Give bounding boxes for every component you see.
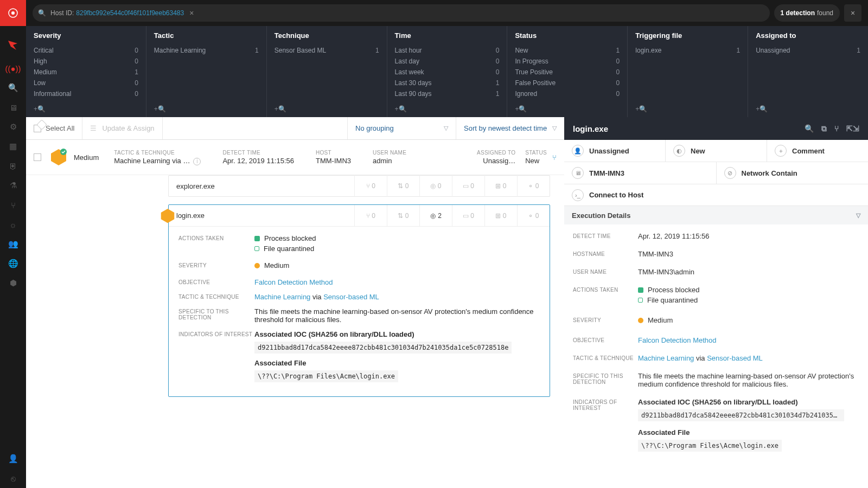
brand-logo[interactable]: [0, 0, 26, 26]
side-panel: login.exe 🔍 ⧉ ⑂ ⇱⇲ 👤Unassigned ◐New ＋Com…: [564, 117, 868, 488]
terminal-icon: ›_: [572, 189, 584, 201]
user-icon: 👤: [572, 145, 584, 157]
nav-flask-icon[interactable]: ⚗: [0, 176, 26, 195]
filter-time: Time Last hour0 Last day0 Last week0 Las…: [387, 26, 508, 117]
nav-search-icon[interactable]: 🔍: [0, 78, 26, 98]
panel-header: login.exe 🔍 ⧉ ⑂ ⇱⇲: [564, 117, 868, 140]
comment-button[interactable]: ＋Comment: [767, 140, 868, 162]
host-cell[interactable]: 🖥TMM-IMN3: [564, 162, 717, 184]
stat-disk-icon: ▭ 0: [452, 175, 484, 197]
severity-dot-icon: [638, 318, 643, 323]
monitor-icon: 🖥: [572, 167, 584, 179]
grouping-dropdown[interactable]: No grouping▽: [347, 117, 456, 139]
panel-tree-icon[interactable]: ⑂: [834, 124, 839, 133]
connect-to-host-button[interactable]: ›_Connect to Host: [564, 184, 868, 206]
filter-assigned-to: Assigned to Unassigned1 +🔍: [748, 26, 868, 117]
left-sidebar: ((●)) 🔍 🖥 ⚙ ▦ ⛨ ⚗ ⑂ ☼ 👥 🌐 ⬢ 👤 ⎋: [0, 0, 26, 488]
add-filter-icon[interactable]: +🔍: [756, 105, 768, 113]
status-button[interactable]: ◐New: [666, 140, 767, 162]
main-content: Select All ☰Update & Assign No grouping▽…: [26, 117, 564, 488]
shield-icon: [638, 287, 643, 293]
svg-marker-4: [161, 209, 175, 223]
severity-dot-icon: [254, 263, 260, 268]
nav-user-icon[interactable]: 👤: [0, 449, 26, 468]
process-tree: explorer.exe ⑂ 0 ⇅ 0 ◎ 0 ▭ 0 ⊞ 0 ⚬ 0 log…: [26, 175, 564, 408]
technique-link[interactable]: Sensor-based ML: [323, 293, 379, 301]
process-explorer[interactable]: explorer.exe ⑂ 0 ⇅ 0 ◎ 0 ▭ 0 ⊞ 0 ⚬ 0: [168, 175, 550, 197]
panel-expand-icon[interactable]: ⇱⇲: [846, 124, 859, 133]
associated-file-path: \??\C:\Program Files\Acme\login.exe: [254, 370, 398, 382]
shield-outline-icon: [254, 246, 259, 251]
filter-triggering-file: Triggering file login.exe1 +🔍: [628, 26, 748, 117]
select-all-segment[interactable]: Select All: [26, 117, 82, 139]
add-filter-icon[interactable]: +🔍: [395, 105, 407, 113]
filter-status: Status New1 In Progress0 True Positive0 …: [507, 26, 628, 117]
update-assign-button[interactable]: ☰Update & Assign: [82, 117, 162, 139]
ioc-hash: d9211bbad8d17dca5842eeee872cbb481c301034…: [638, 409, 844, 421]
severity-hex-icon: [160, 208, 175, 223]
search-icon: 🔍: [38, 9, 46, 17]
severity-label: Medium: [74, 153, 99, 162]
tree-icon[interactable]: ⑂: [552, 153, 557, 162]
severity-hex-icon: [50, 149, 67, 166]
nav-tree-icon[interactable]: ⑂: [0, 195, 26, 215]
info-icon[interactable]: i: [193, 158, 201, 165]
shield-outline-icon: [638, 298, 643, 303]
clear-filter-icon[interactable]: ×: [189, 9, 194, 17]
nav-exit-icon[interactable]: ⎋: [0, 468, 26, 488]
panel-copy-icon[interactable]: ⧉: [821, 124, 827, 133]
add-filter-icon[interactable]: +🔍: [34, 105, 46, 113]
associated-file-path: \??\C:\Program Files\Acme\login.exe: [638, 440, 782, 452]
chevron-down-icon: ▽: [552, 125, 557, 132]
objective-link[interactable]: Falcon Detection Method: [254, 278, 333, 286]
nav-users-icon[interactable]: 👥: [0, 234, 26, 254]
add-filter-icon[interactable]: +🔍: [515, 105, 527, 113]
tactic-link[interactable]: Machine Learning: [254, 293, 310, 301]
nav-sun-icon[interactable]: ☼: [0, 215, 26, 234]
row-checkbox[interactable]: [34, 153, 41, 161]
process-detail-login: login.exe ⑂ 0 ⇅ 0 ◎ 2 ▭ 0 ⊞ 0 ⚬ 0 ACTION…: [168, 204, 550, 397]
execution-details-header[interactable]: Execution Details▽: [564, 206, 868, 224]
top-bar: 🔍 Host ID: 829fbc992e544c0f46f101f9eeb63…: [26, 0, 868, 26]
stat-fork-icon: ⑂ 0: [354, 175, 387, 197]
falcon-icon[interactable]: [0, 33, 26, 59]
stat-reg-icon: ⊞ 0: [484, 175, 517, 197]
stat-scan-icon: ◎ 0: [419, 175, 452, 197]
sort-dropdown[interactable]: Sort by newest detect time▽: [456, 117, 564, 139]
chevron-down-icon: ▽: [444, 125, 448, 132]
nav-activity-icon[interactable]: ((●)): [0, 59, 26, 78]
network-contain-button[interactable]: ⊘Network Contain: [717, 162, 869, 184]
nav-host-icon[interactable]: 🖥: [0, 98, 26, 117]
nav-shield-icon[interactable]: ⛨: [0, 156, 26, 176]
stat-dns-icon: ⚬ 0: [517, 175, 550, 197]
status-icon: ◐: [673, 145, 685, 157]
search-bar[interactable]: 🔍 Host ID: 829fbc992e544c0f46f101f9eeb63…: [33, 4, 770, 22]
host-id-value: 829fbc992e544c0f46f101f9eeb63483: [76, 9, 184, 17]
filter-bar: Severity Critical0 High0 Medium1 Low0 In…: [26, 26, 868, 117]
detection-count-badge: 1 detectionfound: [774, 4, 840, 22]
nav-module-icon[interactable]: ⬢: [0, 273, 26, 293]
panel-search-icon[interactable]: 🔍: [805, 124, 814, 133]
nav-globe-icon[interactable]: 🌐: [0, 254, 26, 273]
filter-technique: Technique Sensor Based ML1 +🔍: [267, 26, 387, 117]
list-toolbar: Select All ☰Update & Assign No grouping▽…: [26, 117, 564, 140]
contain-icon: ⊘: [724, 167, 736, 179]
filter-severity: Severity Critical0 High0 Medium1 Low0 In…: [26, 26, 146, 117]
add-filter-icon[interactable]: +🔍: [635, 105, 647, 113]
tactic-link[interactable]: Machine Learning: [638, 354, 694, 362]
add-filter-icon[interactable]: +🔍: [275, 105, 286, 113]
close-button[interactable]: ×: [844, 4, 861, 22]
chevron-down-icon: ▽: [856, 212, 860, 219]
shield-icon: [254, 236, 260, 241]
svg-point-1: [11, 11, 15, 15]
assigned-button[interactable]: 👤Unassigned: [564, 140, 666, 162]
nav-grid-icon[interactable]: ▦: [0, 137, 26, 156]
filter-tactic: Tactic Machine Learning1 +🔍: [146, 26, 267, 117]
objective-link[interactable]: Falcon Detection Method: [638, 336, 717, 344]
detection-row[interactable]: Medium TACTIC & TECHNIQUEMachine Learnin…: [26, 140, 564, 175]
ioc-hash: d9211bbad8d17dca5842eeee872cbb481c301034…: [254, 342, 512, 354]
nav-filter-icon[interactable]: ⚙: [0, 117, 26, 137]
host-id-label: Host ID:: [50, 9, 74, 17]
technique-link[interactable]: Sensor-based ML: [707, 354, 763, 362]
add-filter-icon[interactable]: +🔍: [154, 105, 166, 113]
